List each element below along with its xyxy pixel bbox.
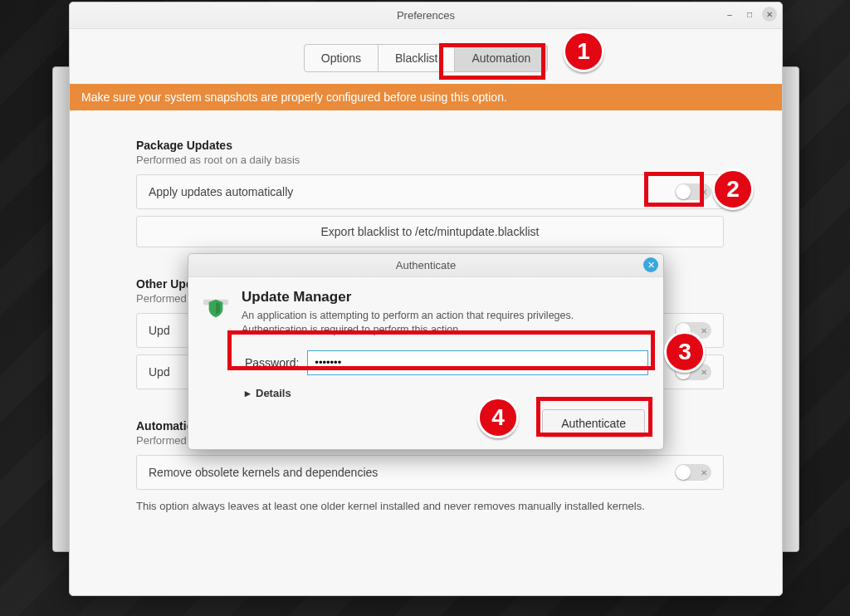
toggle-off-icon: ✕ xyxy=(701,368,707,377)
tab-bar: Options Blacklist Automation xyxy=(70,29,782,84)
toggle-off-icon: ✕ xyxy=(701,188,707,197)
authenticate-dialog: Authenticate ✕ Update Manager An applica… xyxy=(188,253,664,450)
auth-title: Authenticate xyxy=(396,259,456,271)
annotation-badge-3: 3 xyxy=(664,331,706,373)
maximize-button[interactable]: □ xyxy=(742,7,757,22)
details-toggle[interactable]: ▸ Details xyxy=(245,387,648,399)
toggle-knob xyxy=(676,465,691,480)
authenticate-button[interactable]: Authenticate xyxy=(542,409,645,438)
toggle-off-icon: ✕ xyxy=(701,326,707,335)
auth-actions: Cancel Authenticate xyxy=(198,409,648,438)
tab-automation[interactable]: Automation xyxy=(454,44,548,72)
apply-updates-label: Apply updates automatically xyxy=(149,185,293,198)
window-controls: – □ ✕ xyxy=(722,7,777,22)
titlebar: Preferences – □ ✕ xyxy=(70,2,782,29)
close-button[interactable]: ✕ xyxy=(762,7,777,22)
auth-body: Update Manager An application is attempt… xyxy=(188,277,663,449)
tab-options[interactable]: Options xyxy=(304,44,379,72)
auth-close-button[interactable]: ✕ xyxy=(643,257,658,272)
window-title: Preferences xyxy=(397,9,455,22)
password-label: Password: xyxy=(245,356,299,369)
tab-blacklist[interactable]: Blacklist xyxy=(378,44,455,72)
apply-updates-row: Apply updates automatically ✕ xyxy=(136,174,724,209)
warning-banner: Make sure your system snapshots are prop… xyxy=(70,84,782,110)
remove-kernels-label: Remove obsolete kernels and dependencies xyxy=(149,466,378,479)
remove-kernels-toggle[interactable]: ✕ xyxy=(675,464,711,481)
auth-titlebar: Authenticate ✕ xyxy=(188,254,663,277)
other-update-2-label: Upd xyxy=(149,365,170,379)
shield-icon xyxy=(198,289,233,324)
chevron-right-icon: ▸ xyxy=(245,387,251,399)
other-update-1-label: Upd xyxy=(149,324,170,337)
annotation-badge-1: 1 xyxy=(563,31,604,72)
kernel-note: This option always leaves at least one o… xyxy=(136,500,724,512)
toggle-off-icon: ✕ xyxy=(701,468,707,477)
toggle-knob xyxy=(676,184,691,199)
annotation-badge-2: 2 xyxy=(712,169,754,210)
auth-header-row: Update Manager An application is attempt… xyxy=(198,289,648,345)
remove-kernels-row: Remove obsolete kernels and dependencies… xyxy=(136,455,724,490)
auth-description: An application is attempting to perform … xyxy=(242,309,632,337)
package-updates-subtitle: Performed as root on a daily basis xyxy=(136,154,724,166)
password-row: Password: xyxy=(245,350,648,375)
package-updates-title: Package Updates xyxy=(136,139,724,152)
details-label: Details xyxy=(256,387,291,399)
auth-heading: Update Manager xyxy=(242,289,632,306)
annotation-badge-4: 4 xyxy=(477,397,519,438)
password-input[interactable] xyxy=(307,350,648,375)
minimize-button[interactable]: – xyxy=(722,7,737,22)
apply-updates-toggle[interactable]: ✕ xyxy=(675,183,711,200)
export-blacklist-label: Export blacklist to /etc/mintupdate.blac… xyxy=(320,225,539,238)
export-blacklist-button[interactable]: Export blacklist to /etc/mintupdate.blac… xyxy=(136,216,724,247)
